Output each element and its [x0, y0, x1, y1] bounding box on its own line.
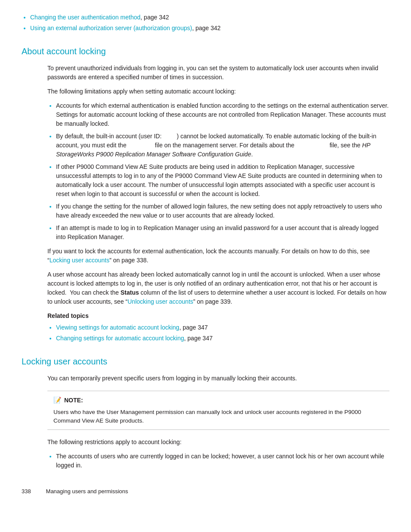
top-link-1[interactable]: Changing the user authentication method — [30, 14, 140, 21]
related-link-1[interactable]: Viewing settings for automatic account l… — [56, 324, 179, 331]
about-bullet-5: If an attempt is made to log in to Repli… — [56, 224, 389, 242]
about-para-1: To prevent unauthorized individuals from… — [47, 64, 389, 82]
about-para-2: The following limitations apply when set… — [47, 87, 389, 96]
locking-bullet-1: The accounts of users who are currently … — [56, 452, 389, 470]
locking-para: You can temporarily prevent specific use… — [47, 374, 389, 383]
related-link-2-page: , page 347 — [184, 335, 212, 342]
top-link-1-page: , page 342 — [140, 14, 169, 21]
page-number: 338 — [22, 487, 31, 496]
about-body: To prevent unauthorized individuals from… — [22, 64, 389, 343]
about-bullets: Accounts for which external authenticati… — [47, 101, 389, 242]
about-para-lock-external: If you want to lock the accounts for ext… — [47, 247, 389, 265]
status-bold: Status — [121, 289, 139, 296]
footer-divider — [36, 487, 41, 496]
related-topic-2: Changing settings for automatic account … — [56, 334, 389, 343]
about-heading: About account locking — [22, 45, 389, 58]
locking-body: You can temporarily prevent specific use… — [22, 374, 389, 470]
top-link-2-page: , page 342 — [192, 25, 221, 31]
about-bullet-4: If you change the setting for the number… — [56, 202, 389, 220]
about-bullet-3: If other P9000 Command View AE Suite pro… — [56, 162, 389, 199]
top-link-item-1: Changing the user authentication method,… — [30, 13, 389, 22]
top-links-list: Changing the user authentication method,… — [22, 13, 389, 33]
about-bullet-1: Accounts for which external authenticati… — [56, 101, 389, 128]
note-box: 📝 NOTE: Users who have the User Manageme… — [47, 391, 389, 430]
related-topic-1: Viewing settings for automatic account l… — [56, 323, 389, 332]
locking-bullets: The accounts of users who are currently … — [47, 452, 389, 470]
top-link-item-2: Using an external authorization server (… — [30, 24, 389, 33]
unlocking-user-accounts-link[interactable]: Unlocking user accounts — [128, 298, 193, 305]
note-header: 📝 NOTE: — [53, 395, 383, 405]
related-topics-list: Viewing settings for automatic account l… — [47, 323, 389, 343]
locking-heading: Locking user accounts — [22, 355, 389, 368]
note-text: Users who have the User Management permi… — [53, 408, 383, 426]
page-footer: 338 Managing users and permissions — [22, 487, 389, 496]
restrictions-intro: The following restrictions apply to acco… — [47, 438, 389, 447]
related-link-1-page: , page 347 — [179, 324, 208, 331]
related-topics-label: Related topics — [47, 311, 389, 320]
top-link-2[interactable]: Using an external authorization server (… — [30, 25, 192, 31]
footer-text: Managing users and permissions — [46, 487, 128, 496]
about-para-status: A user whose account has already been lo… — [47, 270, 389, 306]
about-bullet-2: By default, the built-in account (user I… — [56, 132, 389, 159]
related-link-2[interactable]: Changing settings for automatic account … — [56, 335, 184, 342]
note-label: NOTE: — [64, 396, 83, 405]
note-icon: 📝 — [53, 395, 62, 405]
about-account-locking-section: About account locking To prevent unautho… — [22, 45, 389, 343]
locking-user-accounts-link-1[interactable]: Locking user accounts — [50, 257, 109, 264]
locking-user-accounts-section: Locking user accounts You can temporaril… — [22, 355, 389, 470]
